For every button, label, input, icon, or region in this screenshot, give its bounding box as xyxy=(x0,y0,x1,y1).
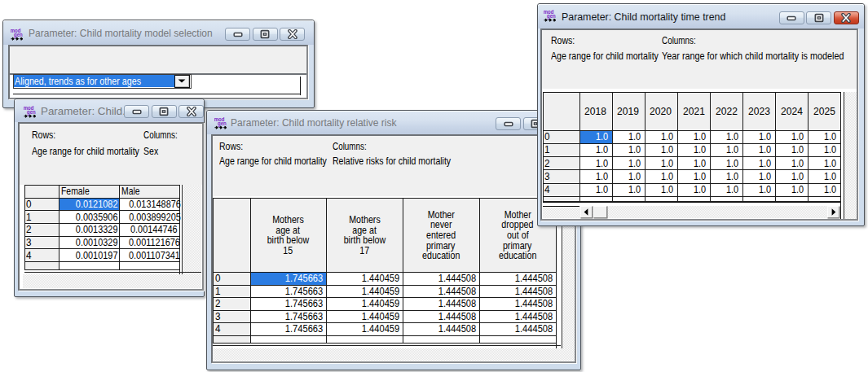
svg-text:gen: gen xyxy=(27,108,36,115)
svg-text:gen: gen xyxy=(14,31,23,37)
svg-text:gen: gen xyxy=(218,120,227,126)
svg-text:gen: gen xyxy=(547,12,556,19)
